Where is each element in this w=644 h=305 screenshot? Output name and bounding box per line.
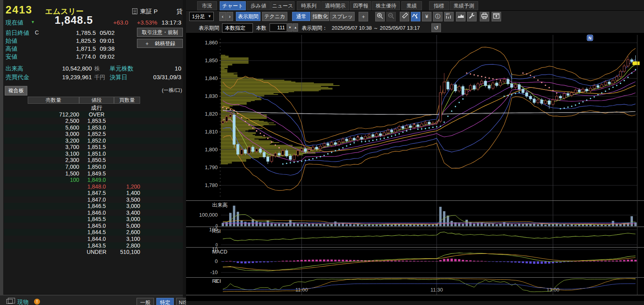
- warning-icon[interactable]: !: [34, 299, 40, 305]
- reset-period-icon[interactable]: ↺: [431, 23, 441, 32]
- toolbar-表示期間-button[interactable]: 表示期間: [236, 12, 260, 21]
- book-row[interactable]: 1,848.01,200: [4, 183, 183, 190]
- tab-指標[interactable]: 指標: [429, 1, 449, 10]
- range-label: 表示期間：: [302, 25, 327, 32]
- account-0-button[interactable]: 一般: [137, 298, 154, 305]
- cash-trade-label: 現物: [17, 299, 28, 305]
- svg-text:1,860: 1,860: [205, 40, 218, 46]
- svg-text:1,830: 1,830: [205, 93, 218, 99]
- svg-text:100: 100: [209, 227, 218, 233]
- mountain-icon[interactable]: [456, 12, 465, 21]
- yen-icon[interactable]: ¥: [422, 12, 431, 21]
- toolbar-指数化-button[interactable]: 指数化: [311, 12, 329, 21]
- info-value: 1,825.5: [36, 37, 96, 44]
- crosshair-icon[interactable]: ＋: [359, 12, 368, 21]
- book-row[interactable]: 1,844.52,600: [4, 229, 183, 236]
- zoom-out-icon[interactable]: [386, 12, 396, 21]
- trade-caution-button[interactable]: 取引注意・規制: [137, 28, 183, 37]
- stock-code: 2413: [6, 4, 32, 16]
- info-label: 前日終値: [6, 29, 29, 37]
- window-layout-icon[interactable]: [6, 299, 13, 304]
- info-time: 09:01: [100, 37, 115, 44]
- bar-count-input[interactable]: 111: [270, 23, 287, 32]
- book-row[interactable]: UNDER510,100: [4, 249, 183, 255]
- tab-株主優待[interactable]: 株主優待: [372, 1, 400, 10]
- book-row[interactable]: 1,845.05,000: [4, 223, 183, 229]
- per-share-note: (一株/口): [135, 87, 182, 94]
- turnover-unit: 千円: [94, 74, 105, 81]
- book-row[interactable]: 5,6001,853.0: [4, 124, 183, 131]
- register-symbol-button[interactable]: ＋ 銘柄登録: [137, 39, 183, 48]
- trendline-icon[interactable]: [411, 12, 420, 21]
- count-label: 本数: [256, 25, 266, 32]
- book-row[interactable]: 1,844.03,100: [4, 236, 183, 242]
- toolbar-‹-button[interactable]: ‹: [219, 12, 226, 21]
- print-icon[interactable]: [480, 12, 489, 21]
- book-header: 値段: [79, 97, 114, 104]
- tab-適時開示[interactable]: 適時開示: [321, 1, 349, 10]
- tab-時系列[interactable]: 時系列: [297, 1, 321, 10]
- info-time: 09:02: [100, 53, 115, 60]
- book-row[interactable]: 3,2001,852.0: [4, 137, 183, 144]
- book-row[interactable]: 1,846.03,400: [4, 210, 183, 216]
- stock-info-panel: 2413 エムスリー 東証 P 貸 現在値 ▼ 1,848.5 +63.0 +3…: [4, 0, 183, 294]
- book-row[interactable]: 1,845.53,000: [4, 216, 183, 223]
- tab-チャート[interactable]: チャート: [220, 1, 246, 10]
- book-row[interactable]: 712,200OVER: [4, 111, 183, 118]
- tab-四季報[interactable]: 四季報: [350, 1, 371, 10]
- bottom-account-bar: 現物 ! 一般特定NISA: [0, 295, 183, 305]
- book-row[interactable]: 2,5001,853.5: [4, 118, 183, 124]
- current-price: 1,848.5: [55, 14, 93, 27]
- svg-text:1,850: 1,850: [205, 57, 218, 63]
- book-row[interactable]: 1,847.51,400: [4, 190, 183, 196]
- book-row[interactable]: 成行: [4, 105, 183, 111]
- info-label: 高値: [6, 45, 17, 53]
- tab-市況[interactable]: 市況: [197, 1, 217, 10]
- toolbar-›-button[interactable]: ›: [226, 12, 233, 21]
- book-row[interactable]: 1001,849.0: [4, 177, 183, 183]
- book-row[interactable]: 1,5001,849.5: [4, 170, 183, 177]
- zoom-in-icon[interactable]: [375, 12, 385, 21]
- quote-time: 13:17:3: [161, 19, 181, 26]
- period-settings-row: 表示期間 本数指定▼ 本数 111 ▼ ▲ 表示期間： 2025/05/07 1…: [186, 23, 644, 33]
- info-value: 1,774.0: [36, 53, 96, 60]
- account-1-button[interactable]: 特定: [156, 298, 174, 305]
- tab-業績予測[interactable]: 業績予測: [450, 1, 478, 10]
- toolbar-テクニカル-button[interactable]: テクニカル: [262, 12, 287, 21]
- book-row[interactable]: 1,846.53,000: [4, 203, 183, 210]
- count-down-spinner[interactable]: ▼: [287, 23, 293, 32]
- volume-unit: 株: [94, 65, 100, 72]
- tab-業績[interactable]: 業績: [401, 1, 422, 10]
- book-row[interactable]: 7,0001,850.0: [4, 164, 183, 170]
- book-row[interactable]: 3,1001,851.0: [4, 151, 183, 157]
- pencil-icon[interactable]: [400, 12, 409, 21]
- book-header: 買数量: [114, 97, 140, 104]
- book-row[interactable]: 3,0001,852.5: [4, 131, 183, 137]
- info-icon[interactable]: ⓘ: [433, 12, 443, 21]
- tab-歩み値[interactable]: 歩み値: [247, 1, 270, 10]
- my-indicator-icon[interactable]: MY: [444, 12, 454, 21]
- timeframe-select[interactable]: 1分足▼: [189, 12, 214, 21]
- book-row[interactable]: 1,843.52,800: [4, 242, 183, 249]
- count-mode-select[interactable]: 本数指定▼: [222, 23, 253, 32]
- book-row[interactable]: 2,3001,850.5: [4, 157, 183, 164]
- unit-shares-value: 10: [123, 65, 181, 72]
- book-row[interactable]: 3,7001,851.5: [4, 144, 183, 151]
- composite-board-button[interactable]: 複合板: [5, 86, 27, 95]
- candlestick-chart[interactable]: 1,7801,7901,8001,8101,8201,8301,8401,850…: [186, 33, 644, 301]
- toolbar-通常-button[interactable]: 通常: [292, 12, 310, 21]
- svg-text:MY: MY: [446, 13, 450, 15]
- toolbar-スプレッド-button[interactable]: スプレッド: [330, 12, 355, 21]
- volume-value: 10,542,800: [32, 65, 92, 72]
- svg-text:-10: -10: [210, 269, 218, 275]
- popout-icon[interactable]: [492, 12, 501, 21]
- count-up-spinner[interactable]: ▲: [293, 23, 298, 32]
- market-label: 東証 P: [140, 8, 158, 15]
- tab-ニュース[interactable]: ニュース: [271, 1, 294, 10]
- wrench-icon[interactable]: [467, 12, 477, 21]
- book-row[interactable]: 1,847.03,500: [4, 196, 183, 203]
- chevron-down-icon: ▼: [208, 12, 211, 21]
- order-book: 売数量値段買数量成行712,200OVER2,5001,853.55,6001,…: [4, 97, 183, 256]
- collapse-triangle-icon[interactable]: ▼: [31, 20, 35, 24]
- info-value: 1,871.5: [36, 45, 96, 52]
